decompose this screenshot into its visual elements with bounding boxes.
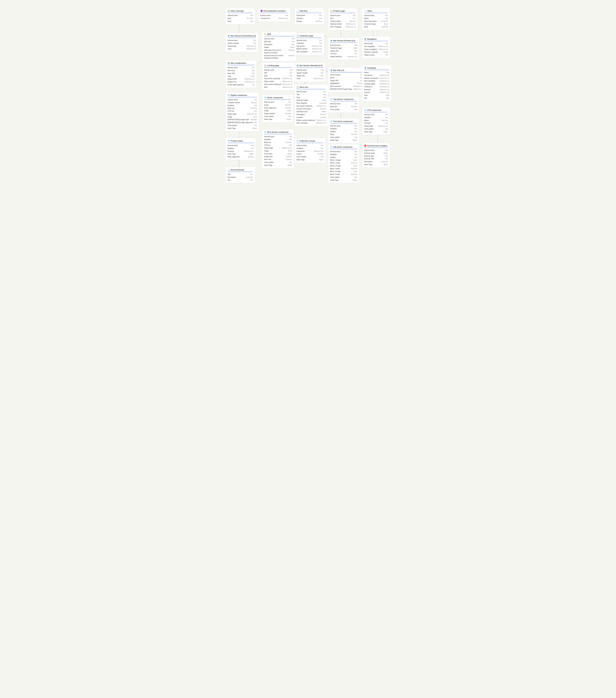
- icon-product-slider: 💎: [227, 140, 230, 142]
- card-quote: 💎 Quote component Internal nameText Quot…: [262, 95, 293, 123]
- card-collection-page: 📋 Collection page Internal nameText Coll…: [294, 33, 324, 55]
- icon-inline-message: 💬: [227, 10, 230, 12]
- icon-top-banner: 💎: [330, 98, 332, 100]
- card-cta-component: 💎 CTA component Internal nameText Headli…: [362, 107, 390, 135]
- card-site-configuration: ⚙️ Site configuration Internal nameText …: [225, 60, 257, 88]
- icon-nav-contentful: ⚙️: [227, 34, 230, 37]
- icon-seo: ✏️: [264, 33, 266, 35]
- card-product-slider: 💎 Product slider Internal nameText Headl…: [225, 138, 256, 160]
- icon-topic: 📄: [364, 10, 366, 12]
- card-collection-mosaic: 💎 Collection mosaic Internal nameText He…: [294, 138, 326, 163]
- card-campaign: ⚙️ Campaign NameText Top bannerReference…: [362, 65, 391, 101]
- card-product-page: 📋 Product page Internal nameText SKUText…: [328, 8, 358, 30]
- card-nav-tab: ⚙️ Nav Tab (L1) Internal nameText NameTe…: [328, 67, 365, 93]
- card-nav-section-promo: ⚙️ Nav Section (Promo) (L2) Internal nam…: [328, 38, 359, 60]
- card-seo: ✏️ SEO Internal nameText SEO titleText D…: [262, 31, 296, 61]
- icon-nav-promo: ⚙️: [330, 40, 332, 42]
- icon-landing-page: 📋: [264, 64, 266, 67]
- card-text-block: 💎 Text block component Internal nameText…: [328, 118, 359, 143]
- diagram-canvas: 💬 Inline message Internal nameText BodyR…: [224, 3, 392, 196]
- icon-collection-page: 📋: [296, 34, 299, 37]
- card-asset-internal: 📄 Asset (internal) TitleText Description…: [225, 167, 255, 183]
- icon-text-block: 💎: [330, 120, 332, 123]
- card-hero-banner: 💎 Hero banner component Internal nameTex…: [262, 129, 294, 168]
- icon-site-config: ⚙️: [227, 62, 230, 64]
- icon-duplex: 💎: [227, 94, 230, 96]
- card-landing-page: 📋 Landing page Internal nameText TitleTe…: [262, 62, 295, 90]
- icon-navigation: ⚙️: [364, 38, 366, 40]
- card-navigation: ⚙️ Navigation Internal titleText Top nav…: [362, 36, 390, 58]
- icon-collection-mosaic: 💎: [296, 140, 299, 142]
- card-faq-item: 📄 FAQ Item Internal titleText QuestionTe…: [294, 8, 324, 24]
- icon-nav-tab: ⚙️: [330, 69, 332, 71]
- card-info-block: 💎 Info block component Internal nameText…: [328, 144, 359, 183]
- icon-personalization: 🟣: [260, 10, 263, 12]
- icon-hero-banner: 💎: [264, 131, 266, 133]
- icon-cta: 💎: [364, 109, 366, 111]
- icon-product-page: 📋: [330, 10, 332, 12]
- icon-info-block: 💎: [330, 146, 332, 148]
- icon-campaign: ⚙️: [364, 67, 366, 69]
- card-inline-message: 💬 Inline message Internal nameText BodyR…: [225, 8, 255, 24]
- card-store-info: 📋 Store info Internal nameText TitleText…: [294, 84, 328, 126]
- icon-asset-internal: 📄: [227, 169, 230, 171]
- icon-external-asset: 🔴: [364, 144, 366, 147]
- icon-quote: 💎: [264, 96, 266, 99]
- card-personalization: 🟣 Personalization container Internal nam…: [258, 8, 290, 22]
- card-top-banner: 💎 Top banner component Internal nameText…: [328, 96, 359, 113]
- card-nav-section-contentful: ⚙️ Nav Section (Contentful) (L2) Interna…: [225, 33, 258, 52]
- card-external-asset-wrapper: 🔴 External asset wrapper Internal nameTe…: [362, 143, 390, 168]
- card-topic: 📄 Topic Internal nameText NameText Short…: [362, 8, 390, 30]
- icon-store-info: 📋: [296, 86, 299, 88]
- icon-faq: 📄: [296, 10, 299, 12]
- card-duplex: 💎 Duplex component Internal nameText Con…: [225, 92, 259, 131]
- icon-nav-shopify: ⚙️: [296, 64, 299, 67]
- card-nav-section-shopify: ⚙️ Nav Section (Shopify) (L2) Internal n…: [294, 62, 326, 82]
